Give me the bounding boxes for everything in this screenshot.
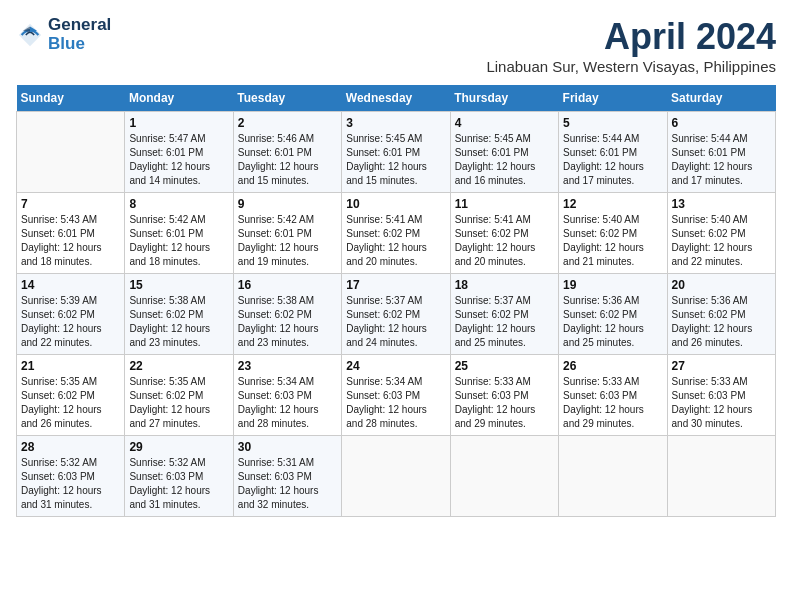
- day-info: Sunrise: 5:31 AMSunset: 6:03 PMDaylight:…: [238, 456, 337, 512]
- calendar-cell: 19Sunrise: 5:36 AMSunset: 6:02 PMDayligh…: [559, 274, 667, 355]
- calendar-cell: 26Sunrise: 5:33 AMSunset: 6:03 PMDayligh…: [559, 355, 667, 436]
- weekday-header: Sunday: [17, 85, 125, 112]
- calendar-cell: 4Sunrise: 5:45 AMSunset: 6:01 PMDaylight…: [450, 112, 558, 193]
- calendar-cell: 17Sunrise: 5:37 AMSunset: 6:02 PMDayligh…: [342, 274, 450, 355]
- day-number: 30: [238, 440, 337, 454]
- weekday-header: Tuesday: [233, 85, 341, 112]
- day-number: 4: [455, 116, 554, 130]
- day-info: Sunrise: 5:37 AMSunset: 6:02 PMDaylight:…: [455, 294, 554, 350]
- day-number: 29: [129, 440, 228, 454]
- day-number: 22: [129, 359, 228, 373]
- calendar-cell: [450, 436, 558, 517]
- calendar-cell: 6Sunrise: 5:44 AMSunset: 6:01 PMDaylight…: [667, 112, 775, 193]
- calendar-cell: 11Sunrise: 5:41 AMSunset: 6:02 PMDayligh…: [450, 193, 558, 274]
- calendar-cell: 22Sunrise: 5:35 AMSunset: 6:02 PMDayligh…: [125, 355, 233, 436]
- day-number: 15: [129, 278, 228, 292]
- weekday-header: Friday: [559, 85, 667, 112]
- calendar-week-row: 7Sunrise: 5:43 AMSunset: 6:01 PMDaylight…: [17, 193, 776, 274]
- calendar-cell: 14Sunrise: 5:39 AMSunset: 6:02 PMDayligh…: [17, 274, 125, 355]
- day-number: 16: [238, 278, 337, 292]
- day-number: 21: [21, 359, 120, 373]
- calendar-cell: 25Sunrise: 5:33 AMSunset: 6:03 PMDayligh…: [450, 355, 558, 436]
- weekday-header: Saturday: [667, 85, 775, 112]
- calendar-cell: 23Sunrise: 5:34 AMSunset: 6:03 PMDayligh…: [233, 355, 341, 436]
- calendar-cell: 30Sunrise: 5:31 AMSunset: 6:03 PMDayligh…: [233, 436, 341, 517]
- day-number: 3: [346, 116, 445, 130]
- day-number: 6: [672, 116, 771, 130]
- day-info: Sunrise: 5:43 AMSunset: 6:01 PMDaylight:…: [21, 213, 120, 269]
- calendar-cell: 12Sunrise: 5:40 AMSunset: 6:02 PMDayligh…: [559, 193, 667, 274]
- day-number: 2: [238, 116, 337, 130]
- day-info: Sunrise: 5:40 AMSunset: 6:02 PMDaylight:…: [563, 213, 662, 269]
- calendar-cell: 5Sunrise: 5:44 AMSunset: 6:01 PMDaylight…: [559, 112, 667, 193]
- calendar-cell: [667, 436, 775, 517]
- day-number: 11: [455, 197, 554, 211]
- day-number: 17: [346, 278, 445, 292]
- day-number: 23: [238, 359, 337, 373]
- day-info: Sunrise: 5:32 AMSunset: 6:03 PMDaylight:…: [129, 456, 228, 512]
- day-number: 26: [563, 359, 662, 373]
- calendar-cell: 3Sunrise: 5:45 AMSunset: 6:01 PMDaylight…: [342, 112, 450, 193]
- page-subtitle: Linabuan Sur, Western Visayas, Philippin…: [486, 58, 776, 75]
- day-info: Sunrise: 5:44 AMSunset: 6:01 PMDaylight:…: [672, 132, 771, 188]
- calendar-header: SundayMondayTuesdayWednesdayThursdayFrid…: [17, 85, 776, 112]
- day-info: Sunrise: 5:47 AMSunset: 6:01 PMDaylight:…: [129, 132, 228, 188]
- calendar-cell: [559, 436, 667, 517]
- day-number: 24: [346, 359, 445, 373]
- day-number: 12: [563, 197, 662, 211]
- calendar-table: SundayMondayTuesdayWednesdayThursdayFrid…: [16, 85, 776, 517]
- calendar-cell: 21Sunrise: 5:35 AMSunset: 6:02 PMDayligh…: [17, 355, 125, 436]
- calendar-cell: 2Sunrise: 5:46 AMSunset: 6:01 PMDaylight…: [233, 112, 341, 193]
- calendar-week-row: 1Sunrise: 5:47 AMSunset: 6:01 PMDaylight…: [17, 112, 776, 193]
- calendar-cell: 15Sunrise: 5:38 AMSunset: 6:02 PMDayligh…: [125, 274, 233, 355]
- calendar-cell: 27Sunrise: 5:33 AMSunset: 6:03 PMDayligh…: [667, 355, 775, 436]
- weekday-header: Monday: [125, 85, 233, 112]
- day-info: Sunrise: 5:46 AMSunset: 6:01 PMDaylight:…: [238, 132, 337, 188]
- header: General Blue April 2024 Linabuan Sur, We…: [16, 16, 776, 75]
- day-info: Sunrise: 5:45 AMSunset: 6:01 PMDaylight:…: [455, 132, 554, 188]
- day-info: Sunrise: 5:34 AMSunset: 6:03 PMDaylight:…: [238, 375, 337, 431]
- day-info: Sunrise: 5:33 AMSunset: 6:03 PMDaylight:…: [455, 375, 554, 431]
- day-info: Sunrise: 5:36 AMSunset: 6:02 PMDaylight:…: [672, 294, 771, 350]
- day-number: 5: [563, 116, 662, 130]
- calendar-cell: 28Sunrise: 5:32 AMSunset: 6:03 PMDayligh…: [17, 436, 125, 517]
- day-number: 20: [672, 278, 771, 292]
- day-info: Sunrise: 5:38 AMSunset: 6:02 PMDaylight:…: [129, 294, 228, 350]
- day-number: 7: [21, 197, 120, 211]
- day-info: Sunrise: 5:44 AMSunset: 6:01 PMDaylight:…: [563, 132, 662, 188]
- calendar-cell: 8Sunrise: 5:42 AMSunset: 6:01 PMDaylight…: [125, 193, 233, 274]
- day-number: 1: [129, 116, 228, 130]
- day-info: Sunrise: 5:37 AMSunset: 6:02 PMDaylight:…: [346, 294, 445, 350]
- day-info: Sunrise: 5:35 AMSunset: 6:02 PMDaylight:…: [129, 375, 228, 431]
- day-number: 19: [563, 278, 662, 292]
- calendar-week-row: 21Sunrise: 5:35 AMSunset: 6:02 PMDayligh…: [17, 355, 776, 436]
- day-info: Sunrise: 5:40 AMSunset: 6:02 PMDaylight:…: [672, 213, 771, 269]
- day-info: Sunrise: 5:42 AMSunset: 6:01 PMDaylight:…: [238, 213, 337, 269]
- day-info: Sunrise: 5:33 AMSunset: 6:03 PMDaylight:…: [672, 375, 771, 431]
- day-number: 14: [21, 278, 120, 292]
- day-info: Sunrise: 5:32 AMSunset: 6:03 PMDaylight:…: [21, 456, 120, 512]
- calendar-cell: 1Sunrise: 5:47 AMSunset: 6:01 PMDaylight…: [125, 112, 233, 193]
- day-info: Sunrise: 5:34 AMSunset: 6:03 PMDaylight:…: [346, 375, 445, 431]
- calendar-cell: [342, 436, 450, 517]
- day-info: Sunrise: 5:35 AMSunset: 6:02 PMDaylight:…: [21, 375, 120, 431]
- calendar-cell: 9Sunrise: 5:42 AMSunset: 6:01 PMDaylight…: [233, 193, 341, 274]
- calendar-cell: 16Sunrise: 5:38 AMSunset: 6:02 PMDayligh…: [233, 274, 341, 355]
- calendar-cell: 7Sunrise: 5:43 AMSunset: 6:01 PMDaylight…: [17, 193, 125, 274]
- calendar-cell: 20Sunrise: 5:36 AMSunset: 6:02 PMDayligh…: [667, 274, 775, 355]
- calendar-cell: 18Sunrise: 5:37 AMSunset: 6:02 PMDayligh…: [450, 274, 558, 355]
- weekday-header: Wednesday: [342, 85, 450, 112]
- calendar-week-row: 14Sunrise: 5:39 AMSunset: 6:02 PMDayligh…: [17, 274, 776, 355]
- day-number: 28: [21, 440, 120, 454]
- day-number: 8: [129, 197, 228, 211]
- weekday-header: Thursday: [450, 85, 558, 112]
- title-area: April 2024 Linabuan Sur, Western Visayas…: [486, 16, 776, 75]
- day-info: Sunrise: 5:33 AMSunset: 6:03 PMDaylight:…: [563, 375, 662, 431]
- page-title: April 2024: [486, 16, 776, 58]
- day-number: 25: [455, 359, 554, 373]
- day-info: Sunrise: 5:38 AMSunset: 6:02 PMDaylight:…: [238, 294, 337, 350]
- calendar-cell: 24Sunrise: 5:34 AMSunset: 6:03 PMDayligh…: [342, 355, 450, 436]
- day-info: Sunrise: 5:41 AMSunset: 6:02 PMDaylight:…: [346, 213, 445, 269]
- calendar-week-row: 28Sunrise: 5:32 AMSunset: 6:03 PMDayligh…: [17, 436, 776, 517]
- logo-icon: [16, 21, 44, 49]
